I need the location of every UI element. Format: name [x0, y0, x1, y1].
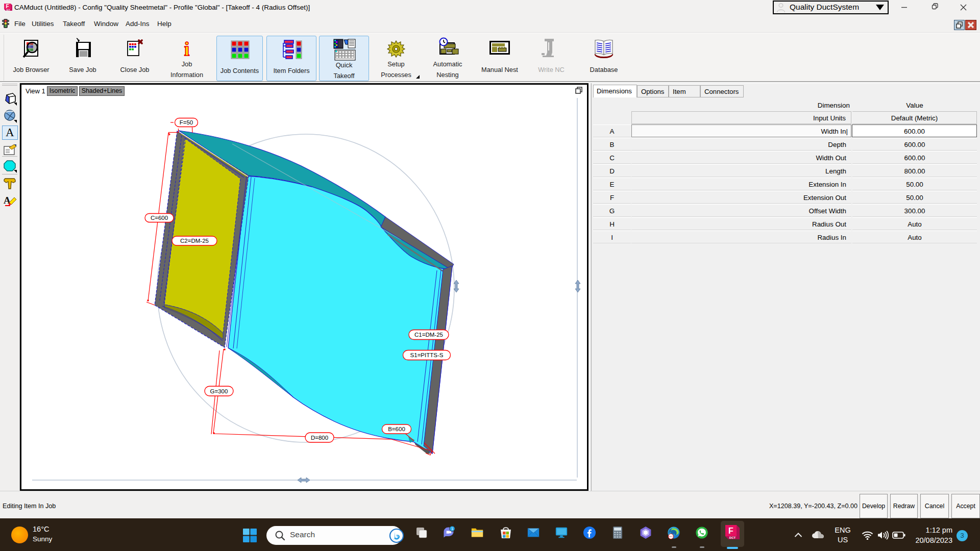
svg-text:F: F — [728, 527, 733, 535]
svg-text:DCT: DCT — [729, 536, 736, 539]
svg-text:i: i — [184, 38, 190, 60]
svg-text:DUCT: DUCT — [669, 536, 674, 538]
svg-text:C2=DM-25: C2=DM-25 — [180, 238, 209, 244]
svg-text:G=300: G=300 — [210, 388, 228, 394]
svg-text:F=50: F=50 — [180, 119, 193, 126]
svg-text:S1=PITTS-S: S1=PITTS-S — [410, 352, 444, 358]
svg-text:1: 1 — [451, 527, 453, 531]
svg-text:C1=DM-25: C1=DM-25 — [414, 332, 443, 338]
svg-text:B=600: B=600 — [388, 426, 405, 432]
svg-text:DCT: DCT — [6, 9, 10, 11]
svg-text:C=600: C=600 — [151, 215, 168, 221]
svg-text:F: F — [6, 4, 9, 9]
svg-text:D=800: D=800 — [311, 435, 328, 441]
